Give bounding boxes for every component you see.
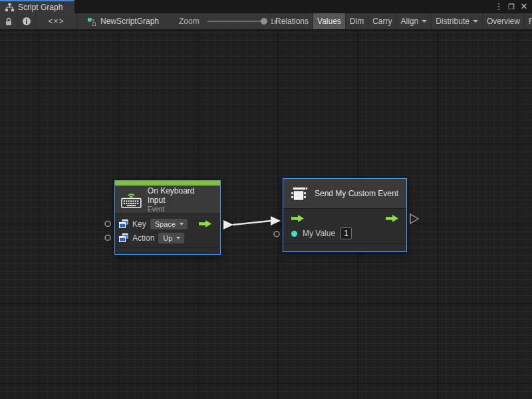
lock-icon <box>5 17 13 26</box>
relations-button[interactable]: Relations <box>271 13 313 29</box>
maximize-icon[interactable]: ❐ <box>506 0 517 13</box>
node-body: Key Space Action <box>115 213 220 247</box>
chevron-down-icon <box>422 20 427 23</box>
node-titles: On Keyboard Input Event <box>148 186 214 213</box>
action-dropdown[interactable]: Up <box>158 233 184 243</box>
flow-continue-arrow[interactable] <box>410 214 418 223</box>
code-icon: <×> <box>48 17 64 26</box>
node-footer <box>283 243 406 251</box>
node-title: Send My Custom Event <box>315 189 398 198</box>
code-view-button[interactable]: <×> <box>36 13 77 29</box>
chevron-down-icon <box>473 20 478 23</box>
value-port-icon[interactable] <box>291 231 297 237</box>
dim-button[interactable]: Dim <box>346 13 368 29</box>
flow-connection[interactable] <box>233 221 271 225</box>
zoom-control: Zoom 1x <box>179 13 277 29</box>
node-send-my-custom-event[interactable]: Send My Custom Event <box>283 178 407 252</box>
graph-toolbar: <×> NewScriptGraph Zoom 1x Relations Val… <box>0 13 532 30</box>
close-icon[interactable]: ✕ <box>519 0 529 13</box>
graph-variable-icon <box>119 233 128 242</box>
tab-strip: Script Graph ⋮ ❐ ✕ <box>0 0 532 13</box>
fullscreen-button[interactable]: Full Screen <box>525 13 532 29</box>
flow-input-port[interactable] <box>291 213 304 225</box>
my-value-input-port[interactable] <box>274 231 279 237</box>
my-value-row: My Value 1 <box>287 226 402 241</box>
script-graph-icon <box>5 3 14 11</box>
zoom-label: Zoom <box>179 17 200 26</box>
flow-arrow-icon <box>291 215 304 222</box>
key-input-port[interactable] <box>105 221 110 227</box>
connections-overlay <box>0 31 532 399</box>
action-label: Action <box>132 233 154 243</box>
node-title: On Keyboard Input <box>148 186 214 205</box>
more-menu-icon[interactable]: ⋮ <box>493 0 504 13</box>
connection-end-arrow <box>271 216 281 225</box>
chevron-down-icon <box>176 237 180 239</box>
my-value-input[interactable]: 1 <box>340 227 352 239</box>
zoom-slider-handle[interactable] <box>261 18 267 25</box>
node-footer <box>115 247 220 254</box>
info-icon <box>22 17 31 26</box>
breadcrumb[interactable]: NewScriptGraph <box>88 13 159 29</box>
action-port-row: Action Up <box>119 231 216 245</box>
event-color-bar <box>115 181 220 186</box>
overview-button[interactable]: Overview <box>483 13 525 29</box>
script-graph-window: Script Graph ⋮ ❐ ✕ <×> <box>0 0 532 399</box>
window-controls: ⋮ ❐ ✕ <box>493 0 529 13</box>
graph-name: NewScriptGraph <box>100 17 159 26</box>
connection-start-arrow <box>223 220 233 229</box>
carry-button[interactable]: Carry <box>368 13 396 29</box>
flow-output-port[interactable] <box>199 218 211 230</box>
flow-row <box>287 211 402 226</box>
my-value-label: My Value <box>303 229 335 238</box>
graph-canvas[interactable]: On Keyboard Input Event Key Space <box>0 31 532 399</box>
node-on-keyboard-input[interactable]: On Keyboard Input Event Key Space <box>114 180 221 255</box>
node-subtitle: Event <box>148 205 214 213</box>
flow-output-port[interactable] <box>386 213 398 225</box>
graph-variable-icon <box>119 219 128 228</box>
zoom-slider[interactable] <box>207 21 265 22</box>
align-button[interactable]: Align <box>397 13 432 29</box>
toolbar-buttons: Relations Values Dim Carry Align Distrib… <box>271 13 532 29</box>
custom-event-icon <box>289 186 309 202</box>
tab-script-graph[interactable]: Script Graph <box>0 0 74 13</box>
keyboard-icon <box>121 191 142 208</box>
node-header[interactable]: Send My Custom Event <box>283 179 406 208</box>
values-button[interactable]: Values <box>313 13 346 29</box>
chevron-down-icon <box>180 223 184 225</box>
flow-arrow-icon <box>386 215 398 222</box>
tab-title: Script Graph <box>18 3 63 12</box>
lock-button[interactable] <box>0 13 18 29</box>
key-dropdown[interactable]: Space <box>150 219 188 229</box>
action-input-port[interactable] <box>105 235 110 241</box>
info-button[interactable] <box>18 13 36 29</box>
graph-icon <box>88 17 96 26</box>
distribute-button[interactable]: Distribute <box>432 13 483 29</box>
key-port-row: Key Space <box>119 217 216 231</box>
node-header[interactable]: On Keyboard Input Event <box>115 186 220 213</box>
flow-arrow-icon <box>199 220 211 227</box>
key-label: Key <box>132 219 146 229</box>
node-body: My Value 1 <box>283 208 406 243</box>
